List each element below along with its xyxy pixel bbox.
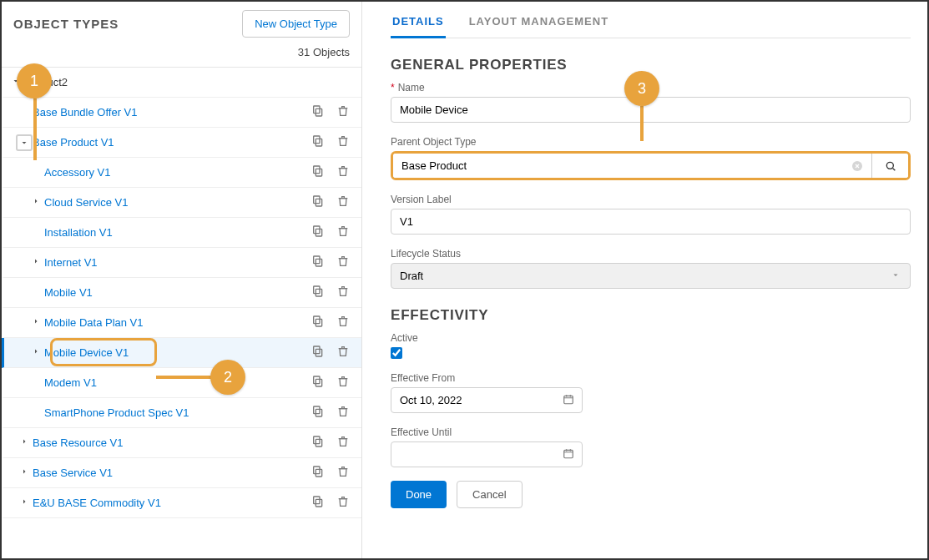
row-actions (311, 345, 361, 361)
copy-icon[interactable] (311, 134, 325, 150)
tree-row[interactable]: Mobile Device V1 (2, 338, 361, 368)
tree-item-label[interactable]: E&U BASE Commodity V1 (33, 497, 311, 509)
copy-icon[interactable] (311, 405, 325, 421)
parent-input[interactable] (393, 154, 843, 178)
svg-rect-6 (316, 199, 321, 206)
delete-icon[interactable] (336, 495, 350, 511)
chevron-right-icon[interactable] (28, 256, 44, 269)
svg-rect-3 (314, 136, 320, 144)
row-actions (311, 465, 361, 481)
version-input[interactable] (391, 209, 911, 235)
tree-item-label[interactable]: SmartPhone Product Spec V1 (44, 406, 311, 419)
copy-icon[interactable] (311, 495, 325, 511)
delete-icon[interactable] (336, 134, 350, 150)
delete-icon[interactable] (336, 194, 350, 210)
tree-item-label[interactable]: Mobile V1 (44, 286, 311, 299)
chevron-right-icon[interactable] (16, 436, 33, 449)
tree-row[interactable]: Base Bundle Offer V1 (2, 98, 361, 128)
tree-root-row[interactable]: Product2 (2, 68, 361, 98)
row-actions (311, 255, 361, 270)
tree-row[interactable]: Base Resource V1 (2, 428, 361, 458)
chevron-right-icon[interactable] (28, 346, 44, 359)
chevron-right-icon[interactable] (28, 196, 44, 209)
copy-icon[interactable] (311, 164, 325, 180)
svg-rect-4 (316, 169, 321, 176)
tree-item-label[interactable]: Mobile Device V1 (44, 346, 311, 359)
effective-until-field: Effective Until (391, 426, 911, 467)
cancel-button[interactable]: Cancel (457, 481, 522, 508)
tree-row[interactable]: SmartPhone Product Spec V1 (2, 398, 361, 428)
name-label: Name (398, 82, 425, 93)
row-actions (311, 104, 361, 120)
tree-item-label[interactable]: Base Service V1 (33, 467, 311, 479)
effective-from-label: Effective From (391, 372, 911, 384)
tree-row[interactable]: E&U BASE Commodity V1 (2, 488, 361, 518)
tree-row[interactable]: Cloud Service V1 (2, 188, 361, 218)
lifecycle-label: Lifecycle Status (391, 248, 911, 260)
lifecycle-field: Lifecycle Status (391, 248, 911, 289)
chevron-down-icon[interactable] (16, 134, 33, 151)
tree-item-label[interactable]: Base Bundle Offer V1 (33, 106, 311, 119)
chevron-right-icon[interactable] (28, 316, 44, 329)
delete-icon[interactable] (336, 255, 350, 270)
clear-icon[interactable] (843, 154, 871, 178)
delete-icon[interactable] (336, 345, 350, 361)
tree-row[interactable]: Modem V1 (2, 368, 361, 398)
tree-item-label[interactable]: Accessory V1 (44, 166, 311, 179)
tree-item-label[interactable]: Mobile Data Plan V1 (44, 316, 311, 329)
chevron-right-icon[interactable] (16, 497, 33, 509)
parent-field: Parent Object Type (391, 136, 911, 180)
copy-icon[interactable] (311, 345, 325, 361)
effectivity-heading: EFFECTIVITY (391, 307, 911, 324)
tree-row[interactable]: Installation V1 (2, 218, 361, 248)
copy-icon[interactable] (311, 465, 325, 481)
tree-item-label[interactable]: Installation V1 (44, 226, 311, 239)
delete-icon[interactable] (336, 375, 350, 391)
copy-icon[interactable] (311, 225, 325, 240)
chevron-right-icon[interactable] (16, 467, 33, 479)
tree-row[interactable]: Mobile V1 (2, 278, 361, 308)
delete-icon[interactable] (336, 164, 350, 180)
tab-layout-management[interactable]: LAYOUT MANAGEMENT (467, 8, 610, 38)
copy-icon[interactable] (311, 315, 325, 330)
done-button[interactable]: Done (391, 481, 447, 508)
effective-from-input[interactable] (391, 387, 583, 413)
svg-rect-10 (316, 259, 321, 266)
row-actions (311, 225, 361, 240)
new-object-type-button[interactable]: New Object Type (242, 10, 350, 38)
tree-row[interactable]: Internet V1 (2, 248, 361, 278)
copy-icon[interactable] (311, 285, 325, 300)
active-checkbox[interactable] (391, 347, 402, 359)
tree-row[interactable]: Accessory V1 (2, 158, 361, 188)
delete-icon[interactable] (336, 405, 350, 421)
copy-icon[interactable] (311, 255, 325, 270)
svg-rect-0 (316, 108, 321, 116)
delete-icon[interactable] (336, 104, 350, 120)
copy-icon[interactable] (311, 375, 325, 391)
delete-icon[interactable] (336, 285, 350, 300)
active-label: Active (391, 332, 911, 344)
row-actions (311, 435, 361, 451)
delete-icon[interactable] (336, 465, 350, 481)
tree-item-label[interactable]: Base Resource V1 (33, 436, 311, 449)
search-icon[interactable] (871, 154, 908, 178)
tree-item-label[interactable]: Internet V1 (44, 256, 311, 269)
copy-icon[interactable] (311, 194, 325, 210)
svg-rect-7 (314, 196, 320, 204)
tree-item-label[interactable]: Cloud Service V1 (44, 196, 311, 209)
delete-icon[interactable] (336, 435, 350, 451)
delete-icon[interactable] (336, 315, 350, 330)
row-actions (311, 375, 361, 391)
tree-row[interactable]: Base Service V1 (2, 458, 361, 488)
tree-row[interactable]: Mobile Data Plan V1 (2, 308, 361, 338)
lifecycle-select[interactable] (391, 263, 911, 289)
tree-item-label[interactable]: Base Product V1 (33, 136, 311, 149)
tree-root-label[interactable]: Product2 (24, 76, 361, 88)
copy-icon[interactable] (311, 435, 325, 451)
callout-3: 3 (624, 71, 659, 106)
effective-until-input[interactable] (391, 441, 583, 467)
tab-details[interactable]: DETAILS (391, 8, 446, 38)
tree-row[interactable]: Base Product V1 (2, 128, 361, 158)
delete-icon[interactable] (336, 225, 350, 240)
copy-icon[interactable] (311, 104, 325, 120)
